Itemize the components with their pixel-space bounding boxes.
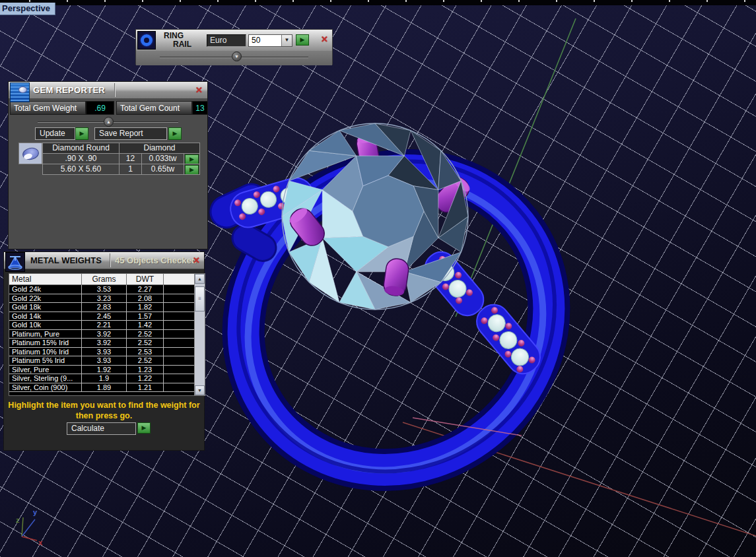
metal-table-row[interactable]: Platinum 5% Irid3.932.52 [9, 356, 195, 366]
metal-cell-metal[interactable]: Gold 10k [9, 321, 82, 330]
metal-cell-metal[interactable]: Silver, Sterling (9... [9, 374, 82, 383]
metal-cell-metal[interactable]: Gold 14k [9, 312, 82, 321]
empty-column-header [164, 274, 195, 285]
metal-cell-metal[interactable]: Platinum, Pure [9, 330, 82, 339]
metal-cell-metal[interactable]: Gold 18k [9, 303, 82, 312]
metal-cell-metal[interactable]: Gold 22k [9, 294, 82, 304]
metal-cell-grams[interactable]: 3.92 [82, 330, 127, 339]
axis-gizmo: z y x [16, 508, 43, 546]
update-go-button[interactable]: ▶ [75, 127, 88, 140]
metal-cell-empty [164, 294, 195, 304]
gem-material-header: Diamond [120, 143, 200, 154]
metal-weights-close-icon[interactable]: ✕ [193, 256, 200, 265]
gem-row-weight[interactable]: 0.65tw [142, 164, 184, 175]
metal-cell-grams[interactable]: 2.83 [82, 303, 127, 312]
metal-cell-empty [164, 366, 195, 375]
metal-cell-metal[interactable]: Platinum 15% Irid [9, 339, 82, 348]
metal-cell-empty [164, 356, 195, 366]
metal-cell-dwt[interactable]: 2.27 [127, 285, 164, 294]
metal-cell-dwt[interactable]: 1.42 [127, 321, 164, 330]
gem-row-count[interactable]: 1 [120, 164, 142, 175]
ring-rail-go-button[interactable]: ▶ [296, 34, 309, 46]
gem-reporter-rollup-toggle[interactable]: ▲ [104, 117, 114, 127]
chevron-down-icon[interactable]: ▼ [281, 35, 292, 46]
metal-cell-grams[interactable]: 3.93 [82, 356, 127, 366]
metal-cell-dwt[interactable]: 2.52 [127, 356, 164, 366]
metal-cell-metal[interactable]: Silver, Coin (900) [9, 383, 82, 393]
metal-cell-dwt[interactable]: 1.82 [127, 303, 164, 312]
metal-cell-grams[interactable]: 3.53 [82, 285, 127, 294]
metal-cell-metal[interactable]: Gold 24k [9, 285, 82, 294]
metal-table-scrollbar[interactable]: ▲ ≡ ▼ [194, 274, 205, 395]
metal-cell-dwt[interactable]: 2.52 [127, 339, 164, 348]
calculate-button[interactable]: Calculate [67, 422, 136, 435]
metal-table-row[interactable]: Silver, Sterling (9...1.91.22 [9, 374, 195, 383]
grams-column-header[interactable]: Grams [82, 274, 127, 285]
metal-cell-empty [164, 383, 195, 393]
metal-cell-dwt[interactable]: 2.52 [127, 330, 164, 339]
metal-cell-dwt[interactable]: 1.21 [127, 383, 164, 393]
metal-cell-grams[interactable]: 1.89 [82, 383, 127, 393]
gem-reporter-titlebar[interactable]: GEM REPORTER ✕ [9, 82, 207, 99]
metal-cell-dwt[interactable]: 2.08 [127, 294, 164, 304]
save-report-go-button[interactable]: ▶ [168, 127, 182, 140]
metal-cell-grams[interactable]: 3.23 [82, 294, 127, 304]
gem-row-go-button[interactable]: ▶ [185, 165, 199, 175]
size-dropdown[interactable]: 50 ▼ [248, 34, 292, 47]
ring-rail-close-icon[interactable]: ✕ [321, 35, 328, 44]
cropped-toolbar-strip [0, 0, 756, 5]
metal-cell-empty [164, 330, 195, 339]
metal-weights-titlebar[interactable]: METAL WEIGHTS 45 Objects Checked ✕ [4, 252, 204, 269]
profile-style-field[interactable]: Euro [207, 34, 246, 47]
metal-cell-grams[interactable]: 2.21 [82, 321, 127, 330]
metal-cell-grams[interactable]: 1.9 [82, 374, 127, 383]
metal-cell-metal[interactable]: Platinum 5% Irid [9, 356, 82, 366]
ring-rail-tray: ▼ [136, 51, 332, 65]
metal-cell-grams[interactable]: 2.45 [82, 312, 127, 321]
metal-column-header[interactable]: Metal [9, 274, 82, 285]
metal-cell-grams[interactable]: 1.92 [82, 366, 127, 375]
metal-cell-dwt[interactable]: 1.23 [127, 366, 164, 375]
ring-rail-rollup-toggle[interactable]: ▼ [232, 51, 242, 61]
metal-table-row[interactable]: Gold 14k2.451.57 [9, 312, 195, 321]
metal-table-row[interactable]: Silver, Coin (900)1.891.21 [9, 383, 195, 393]
calculate-go-button[interactable]: ▶ [137, 422, 151, 434]
metal-cell-dwt[interactable]: 1.22 [127, 374, 164, 383]
metal-table-row[interactable]: Silver, Pure1.921.23 [9, 366, 195, 375]
metal-table-row[interactable]: Platinum 10% Irid3.932.53 [9, 348, 195, 357]
metal-cell-dwt[interactable]: 1.57 [127, 312, 164, 321]
metal-weights-table: Metal Grams DWT Gold 24k3.532.27Gold 22k… [9, 273, 205, 396]
gem-row-count[interactable]: 12 [120, 154, 142, 164]
metal-cell-metal[interactable]: Silver, Pure [9, 366, 82, 375]
scrollbar-thumb[interactable]: ≡ [195, 286, 205, 311]
gem-row-weight[interactable]: 0.033tw [142, 154, 184, 164]
metal-table-row[interactable]: Platinum 15% Irid3.922.52 [9, 339, 195, 348]
metal-table-row[interactable]: Gold 10k2.211.42 [9, 321, 195, 330]
update-button[interactable]: Update [35, 127, 75, 140]
dwt-column-header[interactable]: DWT [127, 274, 164, 285]
metal-table-row[interactable]: Gold 18k2.831.82 [9, 303, 195, 312]
metal-table-header: Metal Grams DWT [9, 274, 195, 285]
scroll-down-icon[interactable]: ▼ [195, 385, 205, 395]
gem-row-size[interactable]: 5.60 X 5.60 [43, 164, 120, 175]
metal-cell-grams[interactable]: 3.92 [82, 339, 127, 348]
save-report-button[interactable]: Save Report [94, 127, 167, 140]
ring-rail-bar: RING RAIL Euro 50 ▼ ▶ ✕ [136, 30, 332, 51]
titlebar-divider [114, 83, 115, 97]
scroll-up-icon[interactable]: ▲ [195, 274, 205, 284]
gem-reporter-icon [10, 82, 30, 102]
metal-cell-empty [164, 339, 195, 348]
total-gem-count-label: Total Gem Count [116, 101, 192, 115]
metal-cell-dwt[interactable]: 2.53 [127, 348, 164, 357]
metal-table-row[interactable]: Gold 22k3.232.08 [9, 294, 195, 304]
metal-weights-icon [5, 252, 25, 272]
metal-table-row[interactable]: Platinum, Pure3.922.52 [9, 330, 195, 339]
metal-table-row[interactable]: Gold 24k3.532.27 [9, 285, 195, 294]
instruction-line-2: then press go. [4, 410, 204, 421]
metal-cell-metal[interactable]: Platinum 10% Irid [9, 348, 82, 357]
gem-row-size[interactable]: .90 X .90 [43, 154, 120, 164]
viewport-title[interactable]: Perspective [0, 3, 55, 15]
metal-cell-grams[interactable]: 3.93 [82, 348, 127, 357]
gem-reporter-close-icon[interactable]: ✕ [195, 86, 203, 94]
gem-row-go-button[interactable]: ▶ [185, 154, 199, 164]
